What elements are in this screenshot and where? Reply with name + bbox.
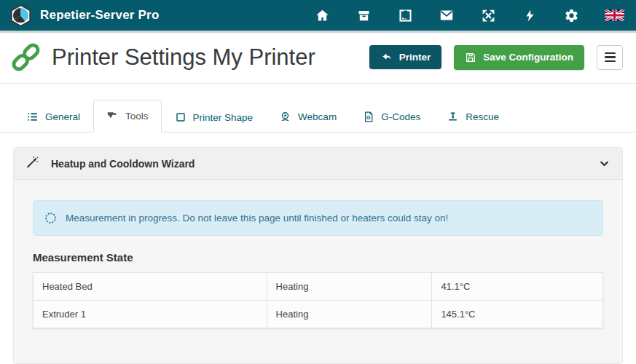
- magic-wand-icon: [25, 157, 39, 170]
- probe-icon: [447, 111, 459, 123]
- envelope-icon[interactable]: [439, 7, 455, 23]
- panel-body: Measurement in progress. Do not leave th…: [14, 180, 622, 328]
- top-navbar: Repetier-Server Pro: [0, 0, 636, 33]
- measurement-table-body: Heated Bed Heating 41.1°C Extruder 1 Hea…: [34, 273, 603, 328]
- tab-printer-shape-label: Printer Shape: [193, 112, 254, 123]
- table-row: Extruder 1 Heating 145.1°C: [34, 301, 603, 328]
- frame-icon[interactable]: [397, 7, 413, 23]
- webcam-icon: [279, 111, 291, 123]
- hamburger-menu-button[interactable]: [597, 45, 623, 70]
- save-configuration-button[interactable]: Save Configuration: [454, 45, 584, 70]
- page-title: Printer Settings My Printer: [52, 44, 315, 71]
- page-header: Printer Settings My Printer Printer Save…: [0, 33, 636, 84]
- repetier-logo-icon: [9, 4, 33, 28]
- measurement-table: Heated Bed Heating 41.1°C Extruder 1 Hea…: [33, 272, 603, 328]
- status-cell: Heating: [267, 273, 432, 301]
- tab-webcam[interactable]: Webcam: [266, 100, 350, 132]
- device-cell: Heated Bed: [34, 273, 267, 301]
- expand-arrows-icon[interactable]: [480, 7, 496, 23]
- table-row: Heated Bed Heating 41.1°C: [34, 273, 603, 301]
- tab-printer-shape[interactable]: Printer Shape: [162, 101, 267, 132]
- save-button-label: Save Configuration: [483, 52, 573, 63]
- printer-button[interactable]: Printer: [369, 45, 442, 69]
- box-icon[interactable]: [356, 7, 372, 23]
- tab-tools[interactable]: Tools: [93, 100, 162, 132]
- extruder-icon: [106, 110, 119, 122]
- measurement-alert: Measurement in progress. Do not leave th…: [33, 200, 603, 236]
- save-disk-icon: [465, 52, 476, 63]
- temperature-cell: 145.1°C: [432, 301, 603, 328]
- status-cell: Heating: [267, 301, 432, 328]
- navbar-icons: [314, 7, 624, 23]
- tab-rescue[interactable]: Rescue: [433, 100, 512, 132]
- lightning-icon[interactable]: [522, 7, 538, 23]
- back-arrow-icon: [380, 52, 393, 63]
- tab-gcodes-label: G-Codes: [381, 111, 420, 122]
- measurement-state-heading: Measurement State: [33, 251, 603, 264]
- square-outline-icon: [175, 111, 187, 123]
- heatup-wizard-panel-header[interactable]: Heatup and Cooldown Wizard: [14, 148, 622, 180]
- tab-general-label: General: [45, 111, 80, 122]
- temperature-cell: 41.1°C: [432, 273, 603, 301]
- tab-tools-label: Tools: [125, 111, 149, 122]
- uk-flag-icon[interactable]: [605, 7, 624, 23]
- chain-link-icon[interactable]: [10, 41, 42, 73]
- heatup-wizard-panel: Heatup and Cooldown Wizard Measurement i…: [13, 147, 623, 364]
- settings-tabs: General Tools Printer Shape Webcam: [0, 100, 636, 132]
- brand-title: Repetier-Server Pro: [40, 8, 159, 23]
- device-cell: Extruder 1: [34, 301, 267, 328]
- tab-rescue-label: Rescue: [466, 111, 499, 122]
- list-icon: [26, 111, 39, 123]
- gcode-file-icon: G: [363, 111, 374, 123]
- brand[interactable]: Repetier-Server Pro: [9, 4, 159, 28]
- svg-text:G: G: [366, 115, 370, 120]
- tab-gcodes[interactable]: G G-Codes: [350, 100, 433, 132]
- home-icon[interactable]: [314, 7, 330, 23]
- panel-title: Heatup and Cooldown Wizard: [51, 158, 195, 170]
- alert-message: Measurement in progress. Do not leave th…: [66, 213, 448, 223]
- chevron-down-icon[interactable]: [598, 157, 611, 170]
- spinner-icon: [45, 213, 56, 223]
- header-actions: Printer Save Configuration: [369, 45, 623, 70]
- gear-icon[interactable]: [563, 7, 579, 23]
- tab-general[interactable]: General: [13, 100, 93, 132]
- printer-button-label: Printer: [399, 52, 431, 63]
- tab-webcam-label: Webcam: [298, 111, 337, 122]
